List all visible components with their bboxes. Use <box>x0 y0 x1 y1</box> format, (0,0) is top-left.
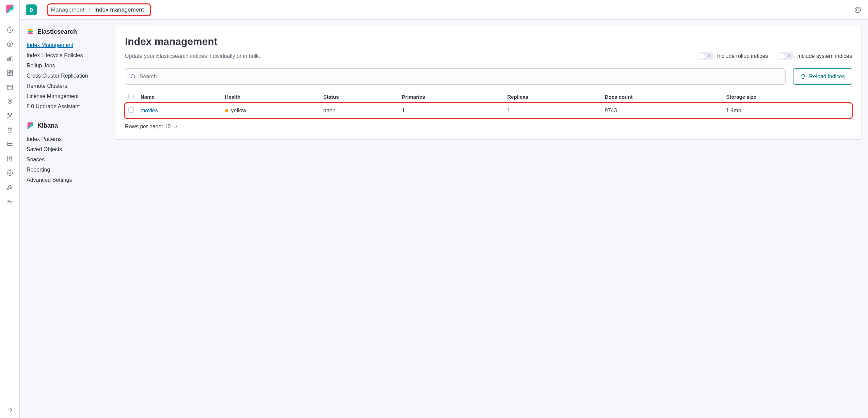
sidebar-item-ilm[interactable]: Index Lifecycle Policies <box>27 50 108 61</box>
sidebar-item-index-patterns[interactable]: Index Patterns <box>27 134 108 144</box>
select-all-checkbox[interactable] <box>128 94 134 99</box>
sidebar-item-license[interactable]: License Management <box>27 91 108 101</box>
search-icon <box>130 74 136 80</box>
svg-rect-9 <box>7 85 12 90</box>
cell-docs: 9743 <box>601 103 723 118</box>
col-name[interactable]: Name <box>137 91 222 103</box>
maps-icon[interactable] <box>6 97 14 106</box>
svg-rect-2 <box>7 59 9 61</box>
index-management-card: Index management Update your Elasticsear… <box>115 26 862 140</box>
visualize-icon[interactable] <box>6 54 14 63</box>
svg-point-14 <box>11 117 12 118</box>
index-name-link[interactable]: movies <box>141 108 158 113</box>
sidebar-item-reporting[interactable]: Reporting <box>27 165 108 175</box>
svg-point-10 <box>9 100 10 101</box>
table-row[interactable]: movies yellow open 1 1 9743 1.4mb <box>125 103 852 118</box>
sidebar-item-upgrade-assistant[interactable]: 8.0 Upgrade Assistant <box>27 101 108 112</box>
monitoring-icon[interactable] <box>6 197 14 206</box>
recently-viewed-icon[interactable] <box>6 26 14 34</box>
sidebar-item-spaces[interactable]: Spaces <box>27 155 108 165</box>
svg-point-1 <box>7 42 12 47</box>
breadcrumb-separator: / <box>89 6 90 13</box>
svg-rect-8 <box>7 73 10 76</box>
space-selector[interactable]: D <box>26 4 37 15</box>
cell-replicas: 1 <box>504 103 601 118</box>
logs-icon[interactable] <box>6 155 14 163</box>
reload-indices-button[interactable]: Reload indices <box>793 68 852 85</box>
svg-point-13 <box>7 117 9 118</box>
left-icon-rail <box>0 0 20 418</box>
kibana-section-icon <box>27 122 34 129</box>
toggle-system-label: Include system indices <box>797 53 852 59</box>
col-status[interactable]: Status <box>320 91 399 103</box>
cell-storage: 1.4mb <box>723 103 852 118</box>
rows-per-page-selector[interactable]: Rows per page: 10 <box>125 124 852 130</box>
col-docs[interactable]: Docs count <box>601 91 723 103</box>
refresh-icon <box>800 74 806 79</box>
svg-point-21 <box>28 29 33 31</box>
col-health[interactable]: Health <box>222 91 320 103</box>
kibana-logo-icon[interactable] <box>5 4 15 14</box>
toggle-rollup-indices[interactable]: ✕ <box>697 52 714 60</box>
sidebar-item-index-management[interactable]: Index Management <box>27 40 108 50</box>
breadcrumb-parent[interactable]: Management <box>51 6 84 13</box>
sidebar-item-rollup-jobs[interactable]: Rollup Jobs <box>27 61 108 71</box>
toggle-system-indices[interactable]: ✕ <box>777 52 794 60</box>
pagination-label: Rows per page: 10 <box>125 124 171 130</box>
ml-icon[interactable] <box>6 126 14 134</box>
svg-rect-6 <box>10 70 12 72</box>
svg-rect-17 <box>7 144 12 145</box>
col-primaries[interactable]: Primaries <box>399 91 504 103</box>
svg-point-20 <box>856 9 859 11</box>
cell-health: yellow <box>231 108 246 113</box>
svg-rect-3 <box>9 58 10 61</box>
indices-table: Name Health Status Primaries Replicas Do… <box>125 91 852 118</box>
svg-point-11 <box>7 113 9 114</box>
help-icon[interactable] <box>854 6 862 14</box>
page-title: Index management <box>125 36 852 47</box>
search-box[interactable] <box>125 68 786 85</box>
svg-rect-5 <box>7 70 10 73</box>
infrastructure-icon[interactable] <box>6 140 14 148</box>
svg-point-12 <box>11 113 12 114</box>
svg-rect-16 <box>7 142 12 143</box>
collapse-icon[interactable] <box>6 406 14 414</box>
svg-point-23 <box>28 32 33 34</box>
cell-status: open <box>320 103 399 118</box>
dashboard-icon[interactable] <box>6 69 14 77</box>
timelion-icon[interactable] <box>6 83 14 91</box>
svg-point-22 <box>28 31 33 33</box>
svg-rect-7 <box>10 72 12 75</box>
graph-icon[interactable] <box>6 112 14 120</box>
svg-point-24 <box>131 75 135 78</box>
header-bar: D Management / Index management <box>20 0 868 20</box>
devtools-icon[interactable] <box>6 183 14 191</box>
sidebar-item-saved-objects[interactable]: Saved Objects <box>27 144 108 155</box>
svg-rect-4 <box>11 56 12 61</box>
health-dot-icon <box>225 109 228 112</box>
breadcrumb-current: Index management <box>94 6 144 13</box>
toggle-rollup-label: Include rollup indices <box>717 53 768 59</box>
col-replicas[interactable]: Replicas <box>504 91 601 103</box>
row-checkbox[interactable] <box>128 107 134 113</box>
col-storage[interactable]: Storage size <box>723 91 852 103</box>
chevron-down-icon <box>173 124 178 129</box>
cell-primaries: 1 <box>399 103 504 118</box>
elasticsearch-icon <box>27 28 34 35</box>
page-subtitle: Update your Elasticsearch indices indivi… <box>125 53 688 59</box>
search-input[interactable] <box>140 74 781 80</box>
sidebar-item-remote-clusters[interactable]: Remote Clusters <box>27 81 108 91</box>
section-title-kibana: Kibana <box>37 122 58 129</box>
discover-icon[interactable] <box>6 40 14 48</box>
svg-point-15 <box>9 115 10 116</box>
uptime-icon[interactable] <box>6 169 14 177</box>
section-title-elasticsearch: Elasticsearch <box>37 28 77 35</box>
breadcrumb: Management / Index management <box>47 3 151 16</box>
reload-button-label: Reload indices <box>809 74 845 80</box>
management-sidebar: Elasticsearch Index Management Index Lif… <box>20 20 115 418</box>
sidebar-item-ccr[interactable]: Cross Cluster Replication <box>27 71 108 81</box>
sidebar-item-advanced-settings[interactable]: Advanced Settings <box>27 175 108 185</box>
